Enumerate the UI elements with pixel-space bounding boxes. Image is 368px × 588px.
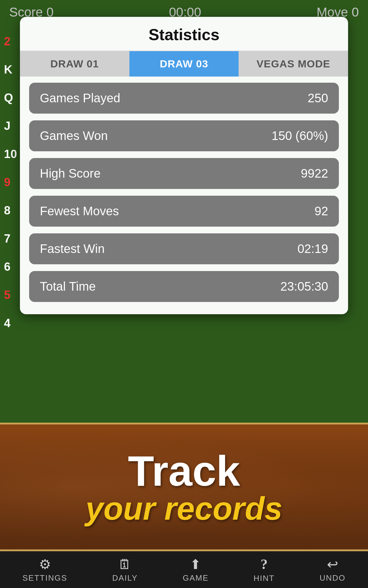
stat-label-high-score: High Score — [40, 167, 101, 180]
nav-undo[interactable]: ↩ UNDO — [320, 556, 346, 583]
nav-settings[interactable]: ⚙ SETTINGS — [22, 556, 67, 583]
nav-hint[interactable]: ? HINT — [254, 556, 275, 583]
settings-label: SETTINGS — [22, 573, 67, 583]
stat-fewest-moves: Fewest Moves 92 — [29, 196, 339, 227]
stat-games-won: Games Won 150 (60%) — [29, 120, 339, 151]
nav-game[interactable]: ⬆ GAME — [183, 556, 209, 583]
stat-label-total-time: Total Time — [40, 280, 96, 293]
bottom-navigation: ⚙ SETTINGS 🗓 DAILY ⬆ GAME ? HINT ↩ UNDO — [0, 551, 368, 588]
stat-value-games-played: 250 — [308, 91, 328, 105]
stat-high-score: High Score 9922 — [29, 158, 339, 189]
daily-label: DAILY — [112, 573, 138, 583]
hint-label: HINT — [254, 574, 275, 583]
stat-value-fewest-moves: 92 — [315, 204, 328, 218]
stat-fastest-win: Fastest Win 02:19 — [29, 233, 339, 264]
tab-draw01[interactable]: DRAW 01 — [20, 51, 129, 77]
game-label: GAME — [183, 573, 209, 583]
stat-value-fastest-win: 02:19 — [297, 242, 328, 256]
stat-value-games-won: 150 (60%) — [271, 129, 328, 143]
stat-total-time: Total Time 23:05:30 — [29, 271, 339, 302]
tab-vegas[interactable]: VEGAS MODE — [239, 51, 348, 77]
modal-title: Statistics — [20, 17, 348, 51]
settings-icon: ⚙ — [39, 556, 51, 572]
promo-banner: Track your records — [0, 423, 368, 551]
stats-container: Games Played 250 Games Won 150 (60%) Hig… — [20, 77, 348, 305]
stat-games-played: Games Played 250 — [29, 83, 339, 114]
statistics-modal: Statistics DRAW 01 DRAW 03 VEGAS MODE Ga… — [20, 17, 348, 314]
daily-icon: 🗓 — [118, 557, 132, 572]
tab-draw03[interactable]: DRAW 03 — [129, 51, 239, 77]
stat-label-fastest-win: Fastest Win — [40, 242, 105, 256]
undo-label: UNDO — [320, 573, 346, 583]
tabs-container: DRAW 01 DRAW 03 VEGAS MODE — [20, 51, 348, 77]
stat-label-games-won: Games Won — [40, 129, 108, 143]
banner-line1: Track — [128, 450, 240, 492]
nav-daily[interactable]: 🗓 DAILY — [112, 557, 138, 583]
stat-value-high-score: 9922 — [301, 167, 328, 180]
rank-4: 4 — [2, 309, 23, 337]
banner-line2: your records — [86, 492, 282, 525]
hint-icon: ? — [261, 556, 268, 572]
game-icon: ⬆ — [190, 556, 201, 572]
stat-value-total-time: 23:05:30 — [280, 280, 328, 293]
stat-label-fewest-moves: Fewest Moves — [40, 204, 119, 218]
undo-icon: ↩ — [327, 556, 338, 572]
stat-label-games-played: Games Played — [40, 91, 120, 105]
